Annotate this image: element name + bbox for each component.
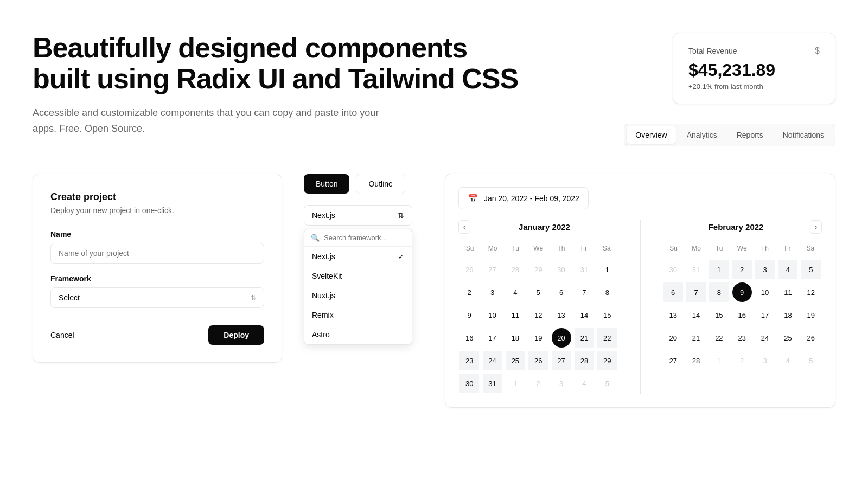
calendar-day[interactable]: 1 <box>597 260 617 279</box>
calendar-day[interactable]: 31 <box>575 260 594 279</box>
calendar-day[interactable]: 20 <box>663 328 683 348</box>
calendar-day[interactable]: 16 <box>732 305 752 325</box>
prev-month-button[interactable]: ‹ <box>458 220 470 234</box>
calendar-day[interactable]: 8 <box>709 282 729 302</box>
calendar-day[interactable]: 3 <box>755 260 775 279</box>
filled-button[interactable]: Button <box>304 174 349 194</box>
deploy-button[interactable]: Deploy <box>208 325 264 345</box>
calendar-day[interactable]: 29 <box>528 260 548 279</box>
calendar-day[interactable]: 22 <box>709 328 729 348</box>
outline-button[interactable]: Outline <box>356 174 405 194</box>
calendar-day[interactable]: 29 <box>597 351 617 370</box>
project-name-input[interactable] <box>50 243 264 264</box>
calendar-day[interactable]: 15 <box>709 305 729 325</box>
calendar-day[interactable]: 26 <box>528 351 548 370</box>
calendar-day[interactable]: 20 <box>552 328 571 348</box>
calendar-day[interactable]: 13 <box>663 305 683 325</box>
calendar-day[interactable]: 2 <box>459 282 479 302</box>
tab-notifications[interactable]: Notifications <box>774 126 833 144</box>
dropdown-item-nextjs[interactable]: Next.js ✓ <box>304 247 412 266</box>
calendar-day[interactable]: 3 <box>755 351 775 370</box>
calendar-day[interactable]: 9 <box>732 282 752 302</box>
calendar-day[interactable]: 15 <box>597 305 617 325</box>
calendar-day[interactable]: 13 <box>552 305 571 325</box>
calendar-day[interactable]: 3 <box>483 282 502 302</box>
calendar-day[interactable]: 1 <box>709 260 729 279</box>
calendar-day[interactable]: 19 <box>801 305 821 325</box>
calendar-day[interactable]: 27 <box>483 260 502 279</box>
calendar-day[interactable]: 28 <box>506 260 525 279</box>
calendar-day[interactable]: 5 <box>597 374 617 393</box>
calendar-day[interactable]: 5 <box>528 282 548 302</box>
calendar-day[interactable]: 6 <box>552 282 571 302</box>
calendar-day[interactable]: 21 <box>686 328 706 348</box>
calendar-day[interactable]: 11 <box>506 305 525 325</box>
calendar-day[interactable]: 24 <box>483 351 502 370</box>
calendar-day[interactable]: 28 <box>686 351 706 370</box>
calendar-day[interactable]: 31 <box>686 260 706 279</box>
weekday-tu: Tu <box>708 242 731 254</box>
calendar-day[interactable]: 16 <box>459 328 479 348</box>
tab-overview[interactable]: Overview <box>627 126 675 144</box>
date-range-bar[interactable]: 📅 Jan 20, 2022 - Feb 09, 2022 <box>458 187 589 209</box>
calendar-day[interactable]: 19 <box>528 328 548 348</box>
calendar-day[interactable]: 26 <box>459 260 479 279</box>
calendar-day[interactable]: 1 <box>709 351 729 370</box>
calendar-day[interactable]: 7 <box>575 282 594 302</box>
calendar-day[interactable]: 6 <box>663 282 683 302</box>
calendar-day[interactable]: 14 <box>575 305 594 325</box>
calendar-day[interactable]: 5 <box>801 260 821 279</box>
calendar-day[interactable]: 4 <box>506 282 525 302</box>
calendar-day[interactable]: 7 <box>686 282 706 302</box>
calendar-day[interactable]: 17 <box>755 305 775 325</box>
calendar-day[interactable]: 2 <box>732 260 752 279</box>
cancel-button[interactable]: Cancel <box>50 325 74 345</box>
framework-search-input[interactable] <box>324 234 405 242</box>
tab-reports[interactable]: Reports <box>728 126 772 144</box>
dropdown-item-nuxtjs[interactable]: Nuxt.js <box>304 286 412 305</box>
calendar-day[interactable]: 5 <box>801 351 821 370</box>
calendar-day[interactable]: 12 <box>801 282 821 302</box>
calendar-day[interactable]: 28 <box>575 351 594 370</box>
calendar-day[interactable]: 10 <box>483 305 502 325</box>
calendar-day[interactable]: 4 <box>575 374 594 393</box>
calendar-day[interactable]: 10 <box>755 282 775 302</box>
calendar-day[interactable]: 17 <box>483 328 502 348</box>
calendar-day[interactable]: 12 <box>528 305 548 325</box>
calendar-day[interactable]: 8 <box>597 282 617 302</box>
calendar-day[interactable]: 22 <box>597 328 617 348</box>
calendar-day[interactable]: 24 <box>755 328 775 348</box>
calendar-day[interactable]: 27 <box>663 351 683 370</box>
calendar-day[interactable]: 1 <box>506 374 525 393</box>
calendar-day[interactable]: 31 <box>483 374 502 393</box>
tab-analytics[interactable]: Analytics <box>678 126 726 144</box>
calendar-day[interactable]: 14 <box>686 305 706 325</box>
next-month-button[interactable]: › <box>810 220 822 234</box>
framework-select[interactable]: Select ⇅ <box>50 287 264 308</box>
calendar-day[interactable]: 18 <box>778 305 797 325</box>
calendar-day[interactable]: 25 <box>506 351 525 370</box>
calendar-day[interactable]: 18 <box>506 328 525 348</box>
calendar-day[interactable]: 23 <box>732 328 752 348</box>
calendar-day[interactable]: 4 <box>778 351 797 370</box>
calendar-day[interactable]: 30 <box>663 260 683 279</box>
calendar-day[interactable]: 9 <box>459 305 479 325</box>
calendar-day[interactable]: 30 <box>552 260 571 279</box>
calendar-day[interactable]: 2 <box>528 374 548 393</box>
dropdown-trigger[interactable]: Next.js ⇅ <box>304 205 412 226</box>
calendar-day[interactable]: 27 <box>552 351 571 370</box>
calendar-day[interactable]: 4 <box>778 260 797 279</box>
calendar-day[interactable]: 21 <box>575 328 594 348</box>
calendar-day[interactable]: 30 <box>459 374 479 393</box>
dropdown-item-sveltekit[interactable]: SvelteKit <box>304 266 412 286</box>
dropdown-item-astro[interactable]: Astro <box>304 325 412 344</box>
calendar-day[interactable]: 26 <box>801 328 821 348</box>
framework-dropdown[interactable]: Next.js ⇅ 🔍 Next.js ✓ SvelteKit Nuxt.js <box>304 205 412 226</box>
calendar-day[interactable]: 23 <box>459 351 479 370</box>
dropdown-item-remix[interactable]: Remix <box>304 305 412 325</box>
calendar-day[interactable]: 25 <box>778 328 797 348</box>
calendar-day[interactable]: 3 <box>552 374 571 393</box>
calendar-day[interactable]: 11 <box>778 282 797 302</box>
calendar-day[interactable]: 2 <box>732 351 752 370</box>
dropdown-search[interactable]: 🔍 <box>304 229 412 247</box>
